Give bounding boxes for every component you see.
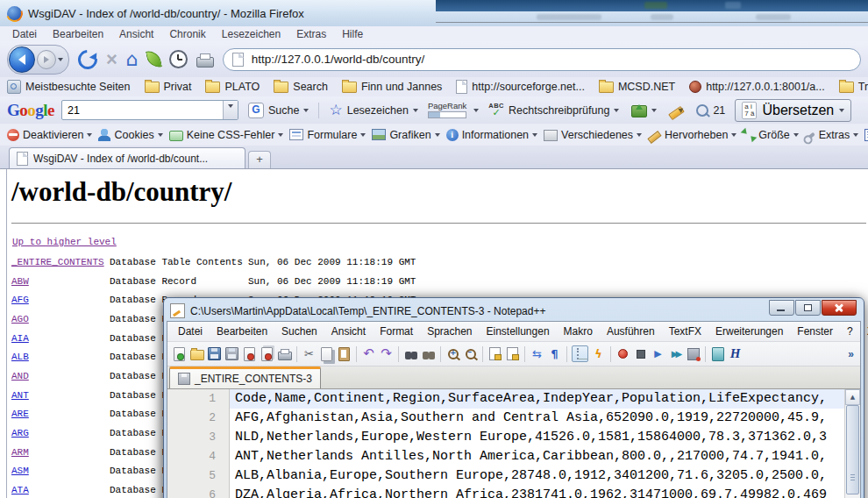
feed-button[interactable] (147, 50, 160, 68)
search-history-dropdown[interactable] (223, 101, 238, 119)
notepad-tab-active[interactable]: _ENTIRE_CONTENTS-3 (169, 366, 321, 388)
country-link-ant[interactable]: ANT (11, 390, 110, 401)
highlighter-button[interactable] (666, 103, 687, 118)
menu-lesezeichen[interactable]: Lesezeichen (215, 27, 288, 41)
npp-menu-textfx[interactable]: TextFX (662, 324, 708, 339)
country-link-ata[interactable]: ATA (11, 485, 110, 495)
spellcheck-button[interactable]: ABC✓ Rechtschreibprüfung (486, 101, 622, 119)
word-find-button[interactable]: 21 (694, 103, 728, 118)
translate-button[interactable]: a i7 ä Übersetzen (735, 99, 851, 122)
zoom-out-icon[interactable] (463, 346, 478, 361)
scroll-up-arrow[interactable]: ▲ (845, 389, 860, 405)
menu-datei[interactable]: Datei (5, 27, 44, 41)
macro-run-multiple-icon[interactable]: ▶▶ (668, 346, 683, 361)
print-button[interactable] (196, 52, 214, 68)
country-link-arm[interactable]: ARM (11, 447, 110, 458)
replace-icon[interactable] (421, 346, 436, 361)
webdev-outline[interactable]: Hervorheben (648, 129, 736, 141)
minimize-button[interactable] (769, 300, 794, 316)
macro-stop-icon[interactable] (633, 346, 648, 361)
npp-menu-erweiterungen[interactable]: Erweiterungen (708, 324, 790, 339)
word-wrap-icon[interactable]: ⇆ (530, 346, 544, 361)
open-file-icon[interactable] (189, 346, 204, 361)
bookmark-folder-plato[interactable]: PLATO (205, 81, 260, 93)
country-link-alb[interactable]: ALB (11, 352, 110, 362)
bookmark-most-visited[interactable]: Meistbesuchte Seiten (7, 80, 131, 94)
close-all-icon[interactable] (260, 346, 274, 361)
menu-bearbeiten[interactable]: Bearbeiten (46, 27, 110, 41)
webdev-forms[interactable]: Formulare (289, 129, 366, 141)
redo-icon[interactable]: ↷ (379, 346, 394, 361)
copy-icon[interactable] (319, 346, 334, 361)
npp-menu-help[interactable]: ? (840, 324, 860, 339)
pagerank-indicator[interactable]: PageRank (428, 102, 466, 118)
stop-button[interactable]: × (106, 50, 117, 69)
restore-button[interactable] (795, 300, 821, 316)
html-view-icon[interactable]: H (728, 346, 743, 361)
npp-menu-makro[interactable]: Makro (557, 324, 600, 339)
toolbar-overflow-chevron[interactable]: » (848, 348, 856, 360)
new-file-icon[interactable] (172, 346, 187, 361)
history-dropdown-caret[interactable] (58, 58, 63, 64)
country-link-aia[interactable]: AIA (11, 333, 110, 344)
menu-chronik[interactable]: Chronik (162, 27, 212, 41)
scrollbar-thumb[interactable] (846, 405, 859, 494)
country-link-ago[interactable]: AGO (11, 314, 110, 324)
country-link-and[interactable]: AND (11, 371, 110, 381)
country-link-are[interactable]: ARE (11, 409, 110, 419)
url-input[interactable] (250, 52, 851, 67)
find-icon[interactable] (403, 346, 418, 361)
npp-menu-datei[interactable]: Datei (171, 324, 210, 339)
npp-menu-format[interactable]: Format (373, 324, 420, 339)
save-all-icon[interactable] (224, 346, 239, 361)
macro-record-icon[interactable] (615, 346, 630, 361)
show-all-characters-icon[interactable]: ¶ (547, 346, 562, 361)
close-file-icon[interactable] (242, 346, 257, 361)
url-bar[interactable] (223, 48, 861, 71)
sync-vertical-scroll-icon[interactable] (487, 346, 502, 361)
close-button[interactable] (822, 300, 857, 316)
google-search-input[interactable] (62, 104, 223, 117)
webdev-miscellaneous[interactable]: Verschiedenes (544, 128, 642, 141)
country-link-arg[interactable]: ARG (11, 428, 110, 438)
webdev-cookies[interactable]: Cookies (98, 129, 162, 141)
bookmark-folder-search[interactable]: Search (274, 81, 328, 93)
notepad-editor[interactable]: 1 2 3 4 5 6 Code,Name,Continent,Region,S… (167, 389, 860, 498)
country-link-afg[interactable]: AFG (11, 295, 110, 305)
npp-menu-einstellungen[interactable]: Einstellungen (480, 324, 557, 339)
reload-button[interactable] (78, 50, 97, 69)
country-link-asm[interactable]: ASM (11, 466, 110, 476)
npp-menu-ansicht[interactable]: Ansicht (324, 324, 373, 339)
forward-button[interactable] (37, 50, 56, 69)
indent-guide-icon[interactable] (572, 345, 588, 362)
new-tab-button[interactable]: + (248, 151, 271, 168)
send-to-button[interactable] (629, 101, 659, 119)
notepad-titlebar[interactable]: C:\Users\Martin\AppData\Local\Temp\_ENTI… (167, 301, 861, 321)
bookmark-folder-privat[interactable]: Privat (145, 81, 192, 93)
menu-hilfe[interactable]: Hilfe (335, 27, 370, 41)
webdev-view-source[interactable]: Quellte (864, 129, 868, 141)
doc-switcher-icon[interactable] (710, 346, 725, 361)
function-completion-icon[interactable]: ϟ (591, 346, 606, 361)
google-search-box[interactable] (61, 100, 238, 120)
sync-horizontal-scroll-icon[interactable] (505, 346, 520, 361)
menu-ansicht[interactable]: Ansicht (112, 27, 160, 41)
cut-icon[interactable]: ✂ (302, 346, 317, 361)
webdev-images[interactable]: Grafiken (372, 129, 439, 141)
code-area[interactable]: Code,Name,Continent,Region,SurfaceArea,I… (230, 389, 860, 498)
up-to-higher-level-link[interactable]: Up to higher level (12, 237, 117, 247)
bookmark-folder-finn-und-jannes[interactable]: Finn und Jannes (342, 81, 442, 93)
google-bookmarks-button[interactable]: ☆Lesezeichen (326, 101, 420, 119)
macro-play-icon[interactable]: ▶ (651, 346, 665, 361)
undo-icon[interactable]: ↶ (361, 346, 376, 361)
browser-tab-active[interactable]: WsgiDAV - Index of /world-db/count... (9, 147, 245, 168)
webdev-resize[interactable]: Größe (743, 129, 798, 141)
webdev-information[interactable]: iInformationen (446, 129, 537, 141)
npp-menu-suchen[interactable]: Suchen (274, 324, 324, 339)
paste-icon[interactable] (337, 346, 352, 361)
bookmark-localhost-8001[interactable]: http://127.0.0.1:8001/a... (689, 81, 825, 93)
bookmark-folder-tree-samples[interactable]: Tree Samples (839, 81, 868, 93)
history-clock-button[interactable] (169, 50, 188, 68)
bookmark-sourceforge[interactable]: http://sourceforge.net... (456, 80, 585, 94)
npp-menu-ausfuehren[interactable]: Ausführen (600, 324, 662, 339)
